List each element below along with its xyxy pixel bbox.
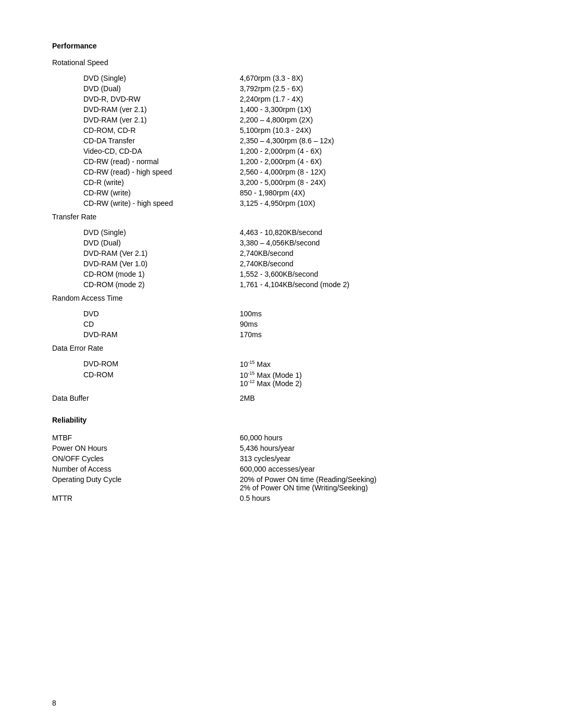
item-value: 850 - 1,980rpm (4X): [219, 188, 511, 198]
item-value: 1,400 - 3,300rpm (1X): [219, 104, 511, 115]
table-row: DVD-RAM170ms: [52, 329, 511, 340]
dvd-exp: -15: [248, 360, 255, 365]
table-row: CD-RW (read) - normal1,200 - 2,000rpm (4…: [52, 156, 511, 167]
cd-exp1: -15: [248, 371, 255, 376]
random-access-label: Random Access Time: [52, 294, 511, 302]
table-row: DVD (Dual)3,380 – 4,056KB/second: [52, 238, 511, 248]
item-value: 1,200 - 2,000rpm (4 - 6X): [219, 156, 511, 167]
item-name: ON/OFF Cycles: [52, 453, 219, 464]
value-line1: 20% of Power ON time (Reading/Seeking): [240, 475, 511, 484]
item-value: 1,552 - 3,600KB/second: [219, 269, 511, 279]
item-name: Number of Access: [52, 464, 219, 474]
item-name: CD-RW (read) - high speed: [52, 167, 219, 177]
item-name: DVD-RAM (ver 2.1): [52, 104, 219, 115]
item-name: CD-RW (read) - normal: [52, 156, 219, 167]
table-row: DVD-R, DVD-RW2,240rpm (1.7 - 4X): [52, 94, 511, 104]
item-value: 2,200 – 4,800rpm (2X): [219, 115, 511, 125]
item-value: 600,000 accesses/year: [219, 464, 511, 474]
data-buffer-label: Data Buffer: [52, 393, 219, 403]
item-value: 100ms: [219, 309, 511, 319]
item-value: 20% of Power ON time (Reading/Seeking)2%…: [219, 474, 511, 493]
item-value: 1,200 - 2,000rpm (4 - 6X): [219, 146, 511, 156]
performance-heading: Performance: [52, 42, 511, 50]
table-row: DVD-RAM (Ver 2.1)2,740KB/second: [52, 248, 511, 258]
item-value: 313 cycles/year: [219, 453, 511, 464]
data-error-rate-table: DVD-ROM 10-15 Max CD-ROM 10-15 Max (Mode…: [52, 359, 511, 389]
item-value: 170ms: [219, 329, 511, 340]
item-name: CD-DA Transfer: [52, 135, 219, 146]
table-row: DVD (Single)4,463 - 10,820KB/second: [52, 227, 511, 238]
table-row: CD-ROM (mode 2)1,761 - 4,104KB/second (m…: [52, 279, 511, 290]
item-value: 0.5 hours: [219, 493, 511, 503]
table-row: CD-R (write)3,200 - 5,000rpm (8 - 24X): [52, 177, 511, 188]
item-name: Power ON Hours: [52, 443, 219, 453]
item-name: DVD (Single): [52, 227, 219, 238]
item-value: 2,560 - 4,000rpm (8 - 12X): [219, 167, 511, 177]
dvd-rom-label: DVD-ROM: [52, 359, 219, 369]
item-value: 3,125 - 4,950rpm (10X): [219, 198, 511, 208]
transfer-rate-label: Transfer Rate: [52, 213, 511, 221]
item-value: 1,761 - 4,104KB/second (mode 2): [219, 279, 511, 290]
item-name: DVD-R, DVD-RW: [52, 94, 219, 104]
item-value: 3,792rpm (2.5 - 6X): [219, 83, 511, 94]
table-row: DVD-RAM (Ver 1.0)2,740KB/second: [52, 258, 511, 269]
item-value: 2,350 – 4,300rpm (8.6 – 12x): [219, 135, 511, 146]
cd-text1: Max (Mode 1): [255, 371, 302, 379]
table-row: Video-CD, CD-DA1,200 - 2,000rpm (4 - 6X): [52, 146, 511, 156]
table-row: CD-RW (write) - high speed3,125 - 4,950r…: [52, 198, 511, 208]
table-row: CD-RW (write)850 - 1,980rpm (4X): [52, 188, 511, 198]
item-value: 4,463 - 10,820KB/second: [219, 227, 511, 238]
item-name: CD-RW (write) - high speed: [52, 198, 219, 208]
item-name: MTBF: [52, 433, 219, 443]
cd-exp2: -12: [248, 379, 255, 384]
table-row: Data Buffer 2MB: [52, 393, 511, 403]
table-row: DVD (Single)4,670rpm (3.3 - 8X): [52, 73, 511, 83]
cd-rom-value1: 10-15 Max (Mode 1): [240, 371, 511, 379]
item-name: CD-ROM (mode 1): [52, 269, 219, 279]
table-row: CD-ROM, CD-R5,100rpm (10.3 - 24X): [52, 125, 511, 135]
item-value: 5,436 hours/year: [219, 443, 511, 453]
item-name: DVD-RAM (Ver 1.0): [52, 258, 219, 269]
item-value: 2,740KB/second: [219, 258, 511, 269]
page-number: 8: [52, 699, 56, 707]
item-value: 90ms: [219, 319, 511, 329]
table-row: CD90ms: [52, 319, 511, 329]
item-value: 4,670rpm (3.3 - 8X): [219, 73, 511, 83]
table-row: CD-DA Transfer2,350 – 4,300rpm (8.6 – 12…: [52, 135, 511, 146]
item-name: MTTR: [52, 493, 219, 503]
item-value: 5,100rpm (10.3 - 24X): [219, 125, 511, 135]
table-row: Number of Access600,000 accesses/year: [52, 464, 511, 474]
item-name: CD: [52, 319, 219, 329]
item-name: CD-ROM (mode 2): [52, 279, 219, 290]
cd-rom-label: CD-ROM: [52, 369, 219, 389]
rotational-speed-label: Rotational Speed: [52, 58, 511, 67]
cd-text2: Max (Mode 2): [255, 379, 302, 388]
item-value: 3,200 - 5,000rpm (8 - 24X): [219, 177, 511, 188]
cd-rom-values: 10-15 Max (Mode 1) 10-12 Max (Mode 2): [219, 369, 511, 389]
item-name: CD-R (write): [52, 177, 219, 188]
performance-section: Performance Rotational Speed DVD (Single…: [52, 42, 511, 403]
item-name: CD-ROM, CD-R: [52, 125, 219, 135]
page-content: Performance Rotational Speed DVD (Single…: [0, 0, 563, 558]
data-buffer-value: 2MB: [219, 393, 511, 403]
reliability-section: Reliability MTBF60,000 hoursPower ON Hou…: [52, 416, 511, 503]
table-row: DVD100ms: [52, 309, 511, 319]
table-row: DVD-RAM (ver 2.1)1,400 - 3,300rpm (1X): [52, 104, 511, 115]
item-name: DVD-RAM (Ver 2.1): [52, 248, 219, 258]
item-name: DVD-RAM (ver 2.1): [52, 115, 219, 125]
item-name: DVD-RAM: [52, 329, 219, 340]
item-name: CD-RW (write): [52, 188, 219, 198]
item-value: 60,000 hours: [219, 433, 511, 443]
table-row: DVD-RAM (ver 2.1)2,200 – 4,800rpm (2X): [52, 115, 511, 125]
reliability-heading: Reliability: [52, 416, 511, 424]
table-row: DVD-ROM 10-15 Max: [52, 359, 511, 369]
random-access-table: DVD100msCD90msDVD-RAM170ms: [52, 309, 511, 340]
table-row: CD-ROM (mode 1)1,552 - 3,600KB/second: [52, 269, 511, 279]
item-name: Operating Duty Cycle: [52, 474, 219, 493]
table-row: MTTR0.5 hours: [52, 493, 511, 503]
value-line2: 2% of Power ON time (Writing/Seeking): [240, 484, 511, 492]
data-error-rate-label: Data Error Rate: [52, 344, 511, 352]
table-row: CD-RW (read) - high speed2,560 - 4,000rp…: [52, 167, 511, 177]
cd-rom-value2: 10-12 Max (Mode 2): [240, 379, 511, 388]
item-name: DVD (Single): [52, 73, 219, 83]
